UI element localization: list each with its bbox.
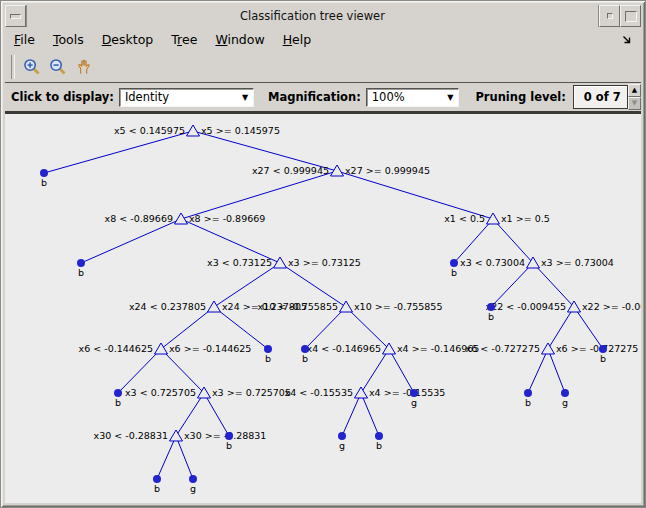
pruning-level-field: 0 of 7 bbox=[573, 85, 628, 109]
zoom-in-icon bbox=[23, 58, 41, 76]
leaf-node[interactable] bbox=[114, 389, 122, 397]
leaf-node[interactable] bbox=[264, 345, 272, 353]
minimize-icon bbox=[607, 13, 613, 19]
magnification-combo-value: 100% bbox=[367, 90, 443, 104]
leaf-class-label: b bbox=[488, 311, 494, 322]
leaf-class-label: g bbox=[411, 397, 417, 408]
menu-tree[interactable]: Tree bbox=[162, 29, 206, 50]
pan-button[interactable] bbox=[71, 54, 97, 80]
leaf-class-label: b bbox=[78, 267, 84, 278]
split-label-right: x3 >= 0.73004 bbox=[541, 257, 614, 268]
tree-edge bbox=[548, 349, 565, 393]
leaf-class-label: b bbox=[226, 440, 232, 451]
leaf-class-label: g bbox=[190, 483, 196, 494]
tree-canvas: x5 < 0.145975x5 >= 0.145975x27 < 0.99994… bbox=[5, 114, 641, 503]
split-node-x10[interactable] bbox=[340, 301, 353, 312]
window-menu-button[interactable] bbox=[5, 5, 26, 27]
menu-tools[interactable]: Tools bbox=[44, 29, 93, 50]
split-label-right: x6 >= -0.727275 bbox=[556, 343, 638, 354]
split-label-right: x6 >= -0.144625 bbox=[169, 343, 251, 354]
split-label-right: x3 >= 0.725705 bbox=[212, 387, 291, 398]
tree-edge bbox=[44, 131, 193, 173]
toolbar-separator bbox=[11, 55, 15, 79]
menu-help[interactable]: Help bbox=[274, 29, 321, 50]
undock-arrow-icon[interactable] bbox=[621, 34, 633, 46]
tree-edge bbox=[81, 219, 181, 263]
split-node-x27[interactable] bbox=[331, 165, 344, 176]
split-label-left: x3 < 0.73125 bbox=[207, 257, 272, 268]
leaf-node[interactable] bbox=[77, 259, 85, 267]
window-menu-dash-icon bbox=[10, 14, 21, 19]
menubar: FileToolsDesktopTreeWindowHelp bbox=[5, 27, 641, 52]
split-node-x30[interactable] bbox=[170, 430, 183, 441]
split-label-left: x4 < -0.146965 bbox=[307, 343, 381, 354]
leaf-node[interactable] bbox=[225, 432, 233, 440]
display-combo[interactable]: Identity ▼ bbox=[119, 88, 254, 107]
zoom-out-button[interactable] bbox=[45, 54, 71, 80]
leaf-node[interactable] bbox=[561, 389, 569, 397]
classification-tree-viewer-window: Classification tree viewer FileToolsDesk… bbox=[0, 0, 646, 508]
chevron-down-icon: ▼ bbox=[442, 93, 458, 102]
leaf-class-label: b bbox=[302, 353, 308, 364]
leaf-node[interactable] bbox=[375, 432, 383, 440]
chevron-down-icon: ▼ bbox=[237, 93, 253, 102]
minimize-button[interactable] bbox=[599, 5, 620, 27]
zoom-in-button[interactable] bbox=[19, 54, 45, 80]
window-title: Classification tree viewer bbox=[26, 5, 599, 27]
split-node-x4[interactable] bbox=[355, 387, 368, 398]
split-label-left: x10 < -0.755855 bbox=[258, 301, 338, 312]
leaf-node[interactable] bbox=[301, 345, 309, 353]
split-label-right: x1 >= 0.5 bbox=[501, 213, 550, 224]
split-label-right: x27 >= 0.999945 bbox=[345, 165, 430, 176]
menu-file[interactable]: File bbox=[5, 29, 44, 50]
tree-edge bbox=[176, 436, 193, 479]
split-label-left: x30 < -0.28831 bbox=[94, 430, 168, 441]
split-label-left: x1 < 0.5 bbox=[444, 213, 485, 224]
spinner-up-button[interactable]: ▲ bbox=[628, 84, 641, 97]
magnification-combo[interactable]: 100% ▼ bbox=[366, 88, 460, 107]
split-node-x24[interactable] bbox=[208, 301, 221, 312]
leaf-node[interactable] bbox=[410, 389, 418, 397]
tree-edge bbox=[337, 171, 493, 219]
leaf-node[interactable] bbox=[487, 303, 495, 311]
leaf-node[interactable] bbox=[40, 169, 48, 177]
tree-edge bbox=[181, 171, 337, 219]
split-label-left: x3 < 0.73004 bbox=[460, 257, 525, 268]
split-node-x1[interactable] bbox=[487, 213, 500, 224]
menu-window[interactable]: Window bbox=[206, 29, 273, 50]
tree-edge bbox=[528, 349, 548, 393]
toolbar bbox=[5, 52, 641, 82]
split-label-right: x5 >= 0.145975 bbox=[201, 125, 280, 136]
pruning-label: Pruning level: bbox=[475, 90, 565, 104]
controlbar: Click to display: Identity ▼ Magnificati… bbox=[5, 82, 641, 114]
maximize-icon bbox=[625, 11, 637, 22]
tree-edge bbox=[157, 436, 176, 479]
split-label-left: x6 < -0.144625 bbox=[79, 343, 153, 354]
split-node-x6[interactable] bbox=[542, 343, 555, 354]
display-combo-value: Identity bbox=[120, 90, 237, 104]
leaf-class-label: g bbox=[339, 440, 345, 451]
split-node-x3[interactable] bbox=[274, 257, 287, 268]
tree-edge bbox=[342, 393, 361, 436]
leaf-class-label: b bbox=[115, 397, 121, 408]
split-node-x8[interactable] bbox=[175, 213, 188, 224]
leaf-node[interactable] bbox=[153, 475, 161, 483]
split-node-x5[interactable] bbox=[187, 125, 200, 136]
leaf-class-label: b bbox=[154, 483, 160, 494]
leaf-node[interactable] bbox=[338, 432, 346, 440]
menu-desktop[interactable]: Desktop bbox=[93, 29, 163, 50]
maximize-button[interactable] bbox=[620, 5, 641, 27]
leaf-class-label: b bbox=[41, 177, 47, 188]
split-label-right: x4 >= -0.15535 bbox=[369, 387, 445, 398]
leaf-node[interactable] bbox=[524, 389, 532, 397]
magnification-label: Magnification: bbox=[268, 90, 361, 104]
split-node-x6[interactable] bbox=[155, 343, 168, 354]
leaf-class-label: b bbox=[600, 353, 606, 364]
leaf-class-label: b bbox=[525, 397, 531, 408]
leaf-node[interactable] bbox=[189, 475, 197, 483]
zoom-out-icon bbox=[49, 58, 67, 76]
leaf-class-label: b bbox=[376, 440, 382, 451]
leaf-node[interactable] bbox=[450, 259, 458, 267]
tree-plot-area[interactable]: x5 < 0.145975x5 >= 0.145975x27 < 0.99994… bbox=[5, 114, 641, 503]
leaf-node[interactable] bbox=[599, 345, 607, 353]
